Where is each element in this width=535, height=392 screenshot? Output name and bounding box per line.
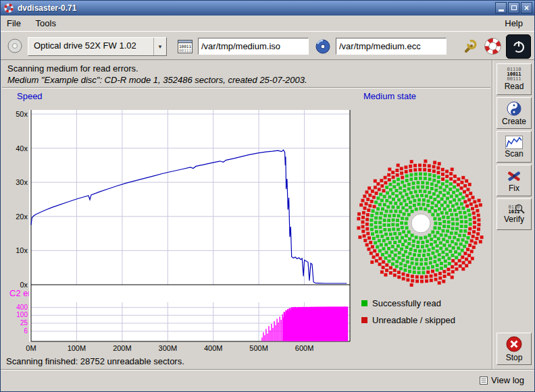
- svg-text:400: 400: [16, 304, 28, 311]
- status-line-2: Medium "Example disc": CD-R mode 1, 3524…: [7, 75, 307, 85]
- svg-text:100: 100: [16, 311, 28, 318]
- minimize-button[interactable]: [495, 2, 507, 13]
- rescue-button[interactable]: [483, 36, 502, 55]
- fix-button[interactable]: Fix: [496, 165, 532, 196]
- scan-button[interactable]: Scan: [496, 131, 532, 163]
- menu-file[interactable]: File: [1, 16, 27, 31]
- menu-tools[interactable]: Tools: [30, 16, 62, 31]
- close-button[interactable]: ×: [521, 2, 532, 13]
- app-lifebuoy-icon: [4, 3, 14, 13]
- legend-ok-swatch: [361, 300, 367, 306]
- medium-state-title: Medium state: [363, 91, 416, 101]
- power-button[interactable]: [506, 34, 531, 59]
- svg-text:500M: 500M: [249, 344, 268, 352]
- svg-text:0M: 0M: [26, 344, 36, 352]
- maximize-icon: [511, 5, 517, 10]
- svg-text:50x: 50x: [16, 110, 28, 118]
- svg-text:40x: 40x: [16, 144, 28, 152]
- drive-selector[interactable]: Optical drive 52X FW 1.02 ▼: [28, 37, 167, 56]
- drive-icon: [6, 37, 24, 55]
- stop-icon: [505, 335, 523, 353]
- read-button[interactable]: 01110 10011 00111 Read: [496, 63, 532, 95]
- legend-bad-swatch: [361, 317, 367, 323]
- svg-text:30x: 30x: [16, 178, 28, 186]
- stop-button[interactable]: Stop: [496, 333, 532, 365]
- create-button[interactable]: Create: [496, 97, 532, 129]
- read-icon: 01110 10011 00111: [507, 67, 521, 82]
- c2-title: C2 errors: [9, 288, 46, 298]
- toolbar: Optical drive 52X FW 1.02 ▼ 10011 00111: [1, 31, 534, 60]
- titlebar[interactable]: dvdisaster-0.71 ×: [1, 1, 534, 16]
- app-window: dvdisaster-0.71 × File Tools Help Optica…: [0, 0, 535, 392]
- svg-text:600M: 600M: [295, 344, 314, 352]
- svg-text:300M: 300M: [159, 344, 178, 352]
- minimize-icon: [499, 9, 504, 11]
- view-log-icon: [480, 376, 488, 385]
- create-icon: [506, 101, 522, 117]
- maximize-button[interactable]: [508, 2, 519, 13]
- ecc-file-input[interactable]: [336, 38, 447, 55]
- image-file-input[interactable]: [198, 38, 309, 55]
- drive-eject-button[interactable]: [5, 36, 25, 56]
- verify-icon: 0110 1011: [509, 205, 520, 215]
- svg-text:200M: 200M: [113, 344, 132, 352]
- legend-ok: Successfully read: [361, 298, 441, 308]
- ecc-file-icon: [314, 38, 332, 55]
- view-log-button[interactable]: View log: [476, 374, 528, 387]
- view-log-label: View log: [491, 375, 524, 385]
- verify-button[interactable]: 0110 1011 Verify: [496, 198, 532, 230]
- action-sidebar: 01110 10011 00111 Read Create Scan: [492, 60, 535, 370]
- svg-text:25: 25: [20, 319, 28, 327]
- legend-ok-label: Successfully read: [372, 298, 441, 308]
- window-title: dvdisaster-0.71: [18, 3, 76, 13]
- wrench-icon: [463, 38, 479, 54]
- magnifier-icon: [514, 203, 526, 215]
- svg-text:20x: 20x: [16, 213, 28, 221]
- statusbar: View log: [1, 370, 534, 392]
- svg-text:00111: 00111: [179, 48, 191, 53]
- preferences-button[interactable]: [461, 36, 480, 55]
- speed-title: Speed: [17, 91, 43, 101]
- menubar: File Tools Help: [1, 16, 534, 31]
- status-footer: Scanning finished: 28752 unreadable sect…: [6, 356, 184, 366]
- menu-help[interactable]: Help: [499, 16, 529, 31]
- scan-icon: [505, 136, 523, 149]
- chevron-down-icon: ▼: [153, 38, 166, 55]
- legend-bad-label: Unreadable / skipped: [372, 315, 455, 325]
- svg-text:10x: 10x: [16, 246, 28, 254]
- image-file-icon: 10011 00111: [176, 38, 194, 55]
- separator: [2, 87, 490, 88]
- drive-selector-value: Optical drive 52X FW 1.02: [28, 38, 153, 55]
- status-line-1: Scanning medium for read errors.: [7, 63, 138, 74]
- power-icon: [511, 39, 526, 54]
- svg-text:400M: 400M: [204, 344, 223, 352]
- lifebuoy-icon: [484, 38, 501, 55]
- svg-text:100M: 100M: [68, 344, 86, 352]
- legend-bad: Unreadable / skipped: [361, 315, 455, 325]
- svg-text:6: 6: [24, 327, 28, 335]
- fix-icon: [505, 169, 523, 184]
